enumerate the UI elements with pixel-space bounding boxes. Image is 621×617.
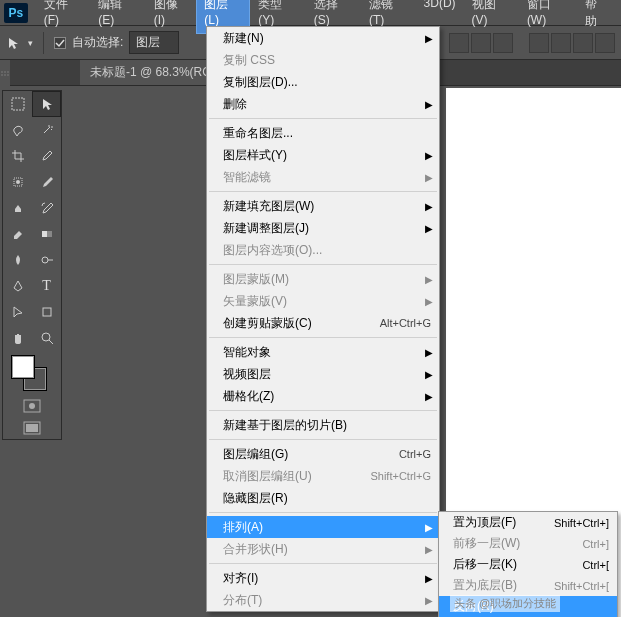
foreground-color-swatch[interactable]	[11, 355, 35, 379]
distribute-btn[interactable]	[595, 33, 615, 53]
menu-item[interactable]: 视图(V)	[464, 0, 519, 34]
align-btn[interactable]	[493, 33, 513, 53]
submenu-item[interactable]: 置为顶层(F)Shift+Ctrl+]	[439, 512, 617, 533]
submenu-item-shortcut: Ctrl+]	[582, 538, 609, 550]
menu-separator	[209, 563, 437, 564]
menu-item-label: 智能滤镜	[223, 169, 431, 186]
menu-item[interactable]: 智能对象▶	[207, 341, 439, 363]
pen-tool[interactable]	[3, 273, 32, 299]
dropdown-caret-icon[interactable]: ▾	[28, 38, 33, 48]
quick-mask-toggle[interactable]	[3, 395, 61, 417]
menu-item[interactable]: 新建(N)▶	[207, 27, 439, 49]
gradient-tool[interactable]	[32, 221, 61, 247]
submenu-arrow-icon: ▶	[425, 99, 433, 110]
history-brush-tool[interactable]	[32, 195, 61, 221]
clone-stamp-tool[interactable]	[3, 195, 32, 221]
menu-item-label: 删除	[223, 96, 431, 113]
svg-point-15	[29, 403, 35, 409]
menu-separator	[209, 439, 437, 440]
submenu-arrow-icon: ▶	[425, 391, 433, 402]
auto-select-target-select[interactable]: 图层	[129, 31, 179, 54]
menu-item[interactable]: 新建基于图层的切片(B)	[207, 414, 439, 436]
align-group	[449, 33, 513, 53]
move-tool[interactable]	[32, 91, 61, 117]
color-swatches[interactable]	[3, 351, 61, 395]
brush-tool[interactable]	[32, 169, 61, 195]
menu-item[interactable]: 图像(I)	[146, 0, 197, 34]
distribute-btn[interactable]	[551, 33, 571, 53]
hand-tool[interactable]	[3, 325, 32, 351]
menu-item[interactable]: 栅格化(Z)▶	[207, 385, 439, 407]
menu-item[interactable]: 删除▶	[207, 93, 439, 115]
menu-item: 智能滤镜▶	[207, 166, 439, 188]
type-tool[interactable]: T	[32, 273, 61, 299]
distribute-btn[interactable]	[529, 33, 549, 53]
submenu-arrow-icon: ▶	[425, 223, 433, 234]
menu-item[interactable]: 帮助	[577, 0, 617, 34]
menu-item[interactable]: 新建填充图层(W)▶	[207, 195, 439, 217]
menu-separator	[209, 118, 437, 119]
submenu-arrow-icon: ▶	[425, 274, 433, 285]
submenu-arrow-icon: ▶	[425, 595, 433, 606]
submenu-arrow-icon: ▶	[425, 172, 433, 183]
submenu-item-shortcut: Ctrl+[	[582, 559, 609, 571]
align-btn[interactable]	[471, 33, 491, 53]
layer-menu-dropdown: 新建(N)▶复制 CSS复制图层(D)...删除▶重命名图层...图层样式(Y)…	[206, 26, 440, 612]
path-selection-tool[interactable]	[3, 299, 32, 325]
menu-item-label: 创建剪贴蒙版(C)	[223, 315, 380, 332]
menu-item-label: 新建基于图层的切片(B)	[223, 417, 431, 434]
menu-item[interactable]: 创建剪贴蒙版(C)Alt+Ctrl+G	[207, 312, 439, 334]
submenu-item[interactable]: 后移一层(K)Ctrl+[	[439, 554, 617, 575]
svg-point-3	[1, 74, 2, 75]
menu-item[interactable]: 重命名图层...	[207, 122, 439, 144]
distribute-btn[interactable]	[573, 33, 593, 53]
lasso-tool[interactable]	[3, 117, 32, 143]
submenu-item: 前移一层(W)Ctrl+]	[439, 533, 617, 554]
menu-item[interactable]: 隐藏图层(R)	[207, 487, 439, 509]
tools-grip[interactable]	[0, 60, 10, 88]
screen-mode-button[interactable]	[3, 417, 61, 439]
menu-separator	[209, 264, 437, 265]
menu-item-label: 复制图层(D)...	[223, 74, 431, 91]
menu-item[interactable]: 新建调整图层(J)▶	[207, 217, 439, 239]
menu-item[interactable]: 对齐(I)▶	[207, 567, 439, 589]
menu-item-label: 分布(T)	[223, 592, 431, 609]
menu-item[interactable]: 图层样式(Y)▶	[207, 144, 439, 166]
marquee-tool[interactable]	[3, 91, 32, 117]
submenu-arrow-icon: ▶	[425, 369, 433, 380]
align-btn[interactable]	[449, 33, 469, 53]
menu-item[interactable]: 窗口(W)	[519, 0, 578, 34]
menu-item[interactable]: 排列(A)▶	[207, 516, 439, 538]
magic-wand-tool[interactable]	[32, 117, 61, 143]
menu-item: 矢量蒙版(V)▶	[207, 290, 439, 312]
zoom-tool[interactable]	[32, 325, 61, 351]
healing-brush-tool[interactable]	[3, 169, 32, 195]
menu-item-label: 隐藏图层(R)	[223, 490, 431, 507]
svg-point-11	[42, 257, 48, 263]
dodge-tool[interactable]	[32, 247, 61, 273]
auto-select-checkbox[interactable]	[54, 37, 66, 49]
menu-item[interactable]: 文件(F)	[36, 0, 91, 34]
menu-item: 复制 CSS	[207, 49, 439, 71]
menu-item-label: 重命名图层...	[223, 125, 431, 142]
eyedropper-tool[interactable]	[32, 143, 61, 169]
menu-item-shortcut: Shift+Ctrl+G	[370, 470, 431, 482]
menu-item[interactable]: 图层编组(G)Ctrl+G	[207, 443, 439, 465]
document-tab[interactable]: 未标题-1 @ 68.3%(RG	[80, 60, 222, 85]
menu-item[interactable]: 复制图层(D)...	[207, 71, 439, 93]
eraser-tool[interactable]	[3, 221, 32, 247]
menu-item-label: 图层内容选项(O)...	[223, 242, 431, 259]
svg-rect-12	[43, 308, 51, 316]
menu-item[interactable]: 编辑(E)	[90, 0, 145, 34]
submenu-arrow-icon: ▶	[425, 296, 433, 307]
submenu-arrow-icon: ▶	[425, 201, 433, 212]
crop-tool[interactable]	[3, 143, 32, 169]
menu-item-label: 图层编组(G)	[223, 446, 399, 463]
menu-item-label: 图层样式(Y)	[223, 147, 431, 164]
blur-tool[interactable]	[3, 247, 32, 273]
menu-item[interactable]: 视频图层▶	[207, 363, 439, 385]
submenu-item-label: 前移一层(W)	[453, 535, 582, 552]
submenu-item-shortcut: Shift+Ctrl+]	[554, 517, 609, 529]
shape-tool[interactable]	[32, 299, 61, 325]
menu-item-label: 智能对象	[223, 344, 431, 361]
